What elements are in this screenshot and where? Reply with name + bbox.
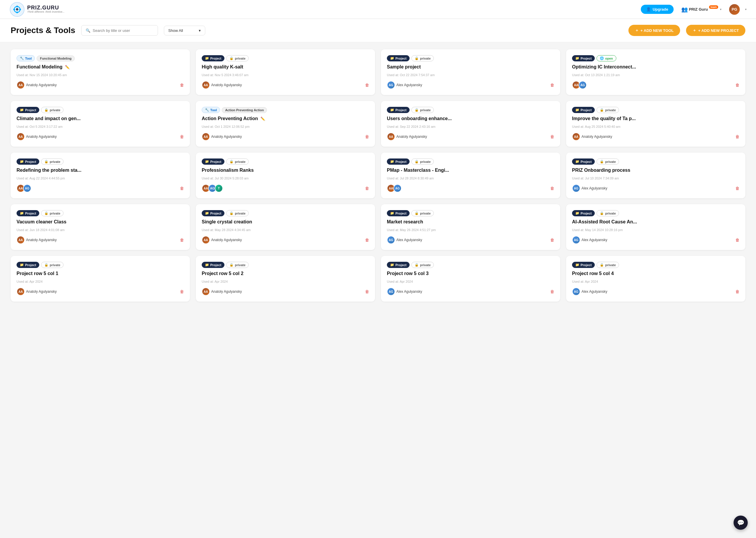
delete-button[interactable]: 🗑 bbox=[180, 186, 184, 190]
tag-label: Project bbox=[210, 263, 221, 267]
delete-button[interactable]: 🗑 bbox=[180, 289, 184, 294]
user-menu[interactable]: 👥 PRIZ Guru team ▾ bbox=[678, 4, 725, 15]
avatar-list: AA Anatoly Agulyansky bbox=[17, 81, 57, 89]
edit-icon[interactable]: ✏️ bbox=[261, 117, 265, 121]
avatar-list: AA AG T bbox=[202, 184, 221, 192]
card: 📁 Project 🔒 private Improve the quality … bbox=[566, 101, 745, 147]
tag-private: 🔒 private bbox=[226, 210, 249, 216]
delete-button[interactable]: 🗑 bbox=[365, 186, 369, 190]
card: 📁 Project 🔒 private Sample project Used … bbox=[381, 49, 560, 95]
tag-label: private bbox=[420, 212, 431, 215]
card-footer: AA Anatoly Agulyansky 🗑 bbox=[572, 133, 739, 141]
tag-label: private bbox=[605, 263, 616, 267]
card-footer: AA AG 🗑 bbox=[572, 81, 739, 89]
user-name: Anatoly Agulyansky bbox=[211, 134, 242, 139]
card-tags: 📁 Project 🔒 private bbox=[17, 107, 184, 113]
delete-button[interactable]: 🗑 bbox=[735, 289, 739, 294]
avatar-list: AG Alex Agulyansky bbox=[387, 81, 422, 89]
card: 📁 Project 🔒 private Redefining the probl… bbox=[11, 153, 190, 198]
card-footer: AG Alex Agulyansky 🗑 bbox=[572, 236, 739, 244]
edit-icon[interactable]: ✏️ bbox=[65, 65, 70, 69]
delete-button[interactable]: 🗑 bbox=[180, 238, 184, 242]
card-title: Redefining the problem sta... bbox=[17, 168, 184, 173]
open-icon: 🌐 bbox=[600, 56, 604, 60]
logo[interactable]: P PRIZ.GURU Think different. think inven… bbox=[10, 2, 65, 17]
delete-button[interactable]: 🗑 bbox=[180, 134, 184, 139]
avatar-chevron-icon[interactable]: ▾ bbox=[745, 8, 746, 11]
delete-button[interactable]: 🗑 bbox=[735, 238, 739, 242]
search-box[interactable] bbox=[81, 25, 158, 36]
avatar-list: AA Anatoly Agulyansky bbox=[202, 288, 242, 296]
tag-label: Project bbox=[395, 108, 406, 112]
add-tool-button[interactable]: ＋ + ADD NEW TOOL bbox=[628, 25, 680, 36]
card-footer: AA Anatoly Agulyansky 🗑 bbox=[17, 288, 184, 296]
card: 🔧 Tool Action Preventing Action Action P… bbox=[196, 101, 375, 147]
delete-button[interactable]: 🗑 bbox=[735, 134, 739, 139]
delete-button[interactable]: 🗑 bbox=[365, 238, 369, 242]
delete-button[interactable]: 🗑 bbox=[550, 289, 554, 294]
delete-button[interactable]: 🗑 bbox=[550, 186, 554, 190]
delete-button[interactable]: 🗑 bbox=[550, 82, 554, 87]
tag-private: 🔒 private bbox=[41, 262, 64, 268]
tag-private: 🔒 private bbox=[41, 158, 64, 165]
upgrade-button[interactable]: 👤 Upgrade bbox=[641, 5, 673, 14]
user-name: Anatoly Agulyansky bbox=[211, 83, 242, 87]
add-project-plus-icon: ＋ bbox=[692, 28, 696, 33]
card-title: Project row 5 col 3 bbox=[387, 271, 554, 276]
card-date: Used at: Nov 15 2024 10:20:45 am bbox=[17, 73, 184, 77]
tag-label: open bbox=[605, 57, 613, 60]
tag-project: 📁 Project bbox=[387, 107, 410, 113]
card-title: Sample project bbox=[387, 64, 554, 70]
tag-private: 🔒 private bbox=[41, 210, 64, 216]
logo-icon: P bbox=[10, 2, 25, 17]
delete-button[interactable]: 🗑 bbox=[365, 82, 369, 87]
tag-label: Tool bbox=[25, 57, 31, 60]
private-icon: 🔒 bbox=[415, 211, 419, 215]
card-tags: 📁 Project 🔒 private bbox=[202, 55, 369, 61]
project-icon: 📁 bbox=[205, 56, 209, 60]
card-title: Project row 5 col 4 bbox=[572, 271, 739, 276]
filter-dropdown[interactable]: Show All Projects Tools ▾ bbox=[164, 26, 205, 35]
delete-button[interactable]: 🗑 bbox=[550, 134, 554, 139]
user-name: Anatoly Agulyansky bbox=[26, 238, 57, 242]
tag-tool: 🔧 Tool bbox=[202, 107, 220, 113]
card-tags: 📁 Project 🔒 private bbox=[387, 262, 554, 268]
delete-button[interactable]: 🗑 bbox=[365, 134, 369, 139]
tag-label: private bbox=[235, 212, 245, 215]
user-name: Alex Agulyansky bbox=[581, 238, 607, 242]
search-input[interactable] bbox=[93, 28, 153, 33]
delete-button[interactable]: 🗑 bbox=[180, 82, 184, 87]
project-icon: 📁 bbox=[390, 263, 394, 267]
card-footer: AG Alex Agulyansky 🗑 bbox=[572, 288, 739, 296]
avatar-list: AG Alex Agulyansky bbox=[387, 288, 422, 296]
avatar-sm: AG bbox=[572, 288, 580, 296]
delete-button[interactable]: 🗑 bbox=[365, 289, 369, 294]
user-name: Alex Agulyansky bbox=[581, 186, 607, 190]
project-icon: 📁 bbox=[575, 56, 579, 60]
delete-button[interactable]: 🗑 bbox=[735, 82, 739, 87]
card-title: Project row 5 col 1 bbox=[17, 271, 184, 276]
filter-select[interactable]: Show All Projects Tools bbox=[168, 28, 197, 33]
delete-button[interactable]: 🗑 bbox=[735, 186, 739, 190]
card-tags: 📁 Project 🔒 private bbox=[17, 262, 184, 268]
avatar-sm: AA bbox=[202, 81, 210, 89]
project-icon: 📁 bbox=[20, 108, 24, 112]
add-tool-label: + ADD NEW TOOL bbox=[641, 28, 673, 33]
card-date: Used at: Sep 22 2024 2:43:16 am bbox=[387, 125, 554, 129]
avatar[interactable]: PG bbox=[729, 4, 740, 15]
tag-label: Project bbox=[581, 212, 592, 215]
avatar-list: AA Anatoly Agulyansky bbox=[572, 133, 612, 141]
card-date: Used at: Apr 2024 bbox=[387, 280, 554, 283]
add-project-button[interactable]: ＋ + ADD NEW PROJECT bbox=[686, 25, 745, 36]
avatar-initials: PG bbox=[732, 7, 737, 12]
user-name: Alex Agulyansky bbox=[396, 290, 422, 294]
svg-point-4 bbox=[16, 12, 18, 13]
card-title: Functional Modeling ✏️ bbox=[17, 64, 184, 70]
card-tags: 📁 Project 🔒 private bbox=[17, 210, 184, 216]
project-icon: 📁 bbox=[390, 108, 394, 112]
card: 🔧 Tool Functional Modeling Functional Mo… bbox=[11, 49, 190, 95]
project-icon: 📁 bbox=[390, 160, 394, 164]
card-date: Used at: Aug 25 2024 5:40:40 am bbox=[572, 125, 739, 129]
delete-button[interactable]: 🗑 bbox=[550, 238, 554, 242]
tag-private: 🔒 private bbox=[597, 210, 619, 216]
